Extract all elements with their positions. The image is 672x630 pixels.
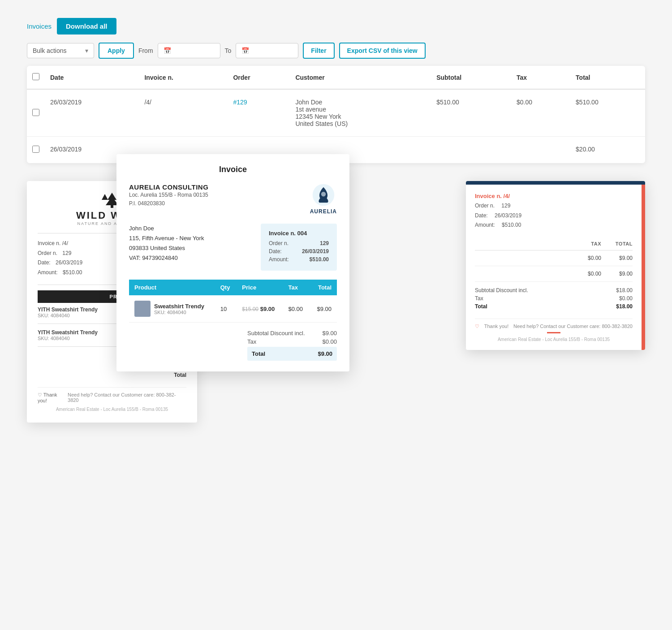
product-cell: Sweatshirt Trendy SKU: 4084040 xyxy=(134,301,210,317)
heart-icon: ♡ xyxy=(475,324,479,329)
invoice-amount-row: Amount: $510.00 xyxy=(269,256,329,263)
product-table: Product Qty Price Tax Total Sweatshirt T… xyxy=(129,280,337,323)
svg-rect-2 xyxy=(111,205,113,208)
cell-tax: $0.00 xyxy=(511,89,570,137)
documents-area: WILD WOOD NATURE AND ADVENTURE Invoice n… xyxy=(27,154,645,441)
col-order: Order xyxy=(228,66,290,89)
company-logo: AURELIA xyxy=(310,183,337,215)
cell-customer: John Doe1st avenue12345 New YorkUnited S… xyxy=(290,89,431,137)
customer-info: John Doe 115, Fifth Avenue - New York 09… xyxy=(129,224,204,263)
aurelia-right-accent xyxy=(642,185,645,350)
col-total: Total xyxy=(310,280,337,295)
aurelia-inv-num: Invoice n. /4/ xyxy=(475,193,633,199)
heart-icon: ♡ Thank you! xyxy=(38,392,68,403)
filter-bar: Bulk actions ▾ Apply From 📅 To 📅 Filter … xyxy=(27,43,645,59)
col-product: Product xyxy=(129,280,215,295)
cell-tax xyxy=(511,137,570,164)
aurelia-footer-thank: Thank you! xyxy=(484,324,508,329)
calendar-icon: 📅 xyxy=(241,47,249,54)
svg-marker-3 xyxy=(102,194,108,200)
tax-row: Tax $0.00 xyxy=(247,338,337,345)
col-customer: Customer xyxy=(290,66,431,89)
col-date: Date xyxy=(45,66,139,89)
invoice-modal-title: Invoice xyxy=(129,165,337,174)
col-invoice-n: Invoice n. xyxy=(139,66,228,89)
product-qty: 10 xyxy=(215,295,237,323)
cell-subtotal xyxy=(431,137,511,164)
from-date-input[interactable]: 📅 xyxy=(158,43,220,58)
product-total: $9.00 xyxy=(310,295,337,323)
filter-button[interactable]: Filter xyxy=(303,43,334,59)
cell-total: $510.00 xyxy=(570,89,645,137)
select-all-checkbox[interactable] xyxy=(32,73,39,80)
aurelia-meta: Order n. 129 Date: 26/03/2019 Amount: $5… xyxy=(475,201,633,230)
table-row: 26/03/2019 /4/ #129 John Doe1st avenue12… xyxy=(27,89,645,137)
svg-point-6 xyxy=(321,192,326,196)
aurelia-footer: ♡ Thank you! Need help? Contact our Cust… xyxy=(475,319,633,329)
invoice-table: Date Invoice n. Order Customer Subtotal … xyxy=(27,66,645,163)
product-price: $15.00 $9.00 xyxy=(237,295,283,323)
col-qty: Qty xyxy=(215,280,237,295)
invoice-modal: Invoice AURELIA CONSULTING Loc. Aurelia … xyxy=(116,154,349,371)
cell-invoice-n: /4/ xyxy=(139,89,228,137)
col-total: Total xyxy=(570,66,645,89)
invoices-link[interactable]: Invoices xyxy=(27,22,52,30)
aurelia-product-row: $0.00 $9.00 xyxy=(475,250,633,266)
invoice-customer-section: John Doe 115, Fifth Avenue - New York 09… xyxy=(129,224,337,271)
invoice-modal-header: AURELIA CONSULTING Loc. Aurelia 155/B - … xyxy=(129,183,337,215)
product-name: Sweatshirt Trendy xyxy=(154,303,204,310)
aurelia-top-border xyxy=(466,181,645,185)
chevron-down-icon: ▾ xyxy=(85,47,88,54)
product-row: Sweatshirt Trendy SKU: 4084040 10 $15.00… xyxy=(129,295,337,323)
row-checkbox[interactable] xyxy=(32,146,39,153)
product-thumbnail xyxy=(134,301,151,317)
col-tax: Tax xyxy=(283,280,310,295)
subtotal-row: Subtotal Discount incl. $9.00 xyxy=(247,330,337,337)
product-sku: SKU: 4084040 xyxy=(154,310,204,315)
aurelia-product-header: TAX TOTAL xyxy=(475,237,633,250)
aurelia-invoice: Invoice n. /4/ Order n. 129 Date: 26/03/… xyxy=(466,181,645,350)
apply-button[interactable]: Apply xyxy=(99,43,134,59)
invoice-info-title: Invoice n. 004 xyxy=(269,230,329,237)
aurelia-footer-address: American Real Estate - Loc Aurelia 155/B… xyxy=(475,337,633,342)
cell-subtotal: $510.00 xyxy=(431,89,511,137)
aurelia-totals: Subtotal Discount incl. $18.00 Tax $0.00… xyxy=(475,287,633,310)
bulk-actions-select[interactable]: Bulk actions ▾ xyxy=(27,43,94,58)
download-all-button[interactable]: Download all xyxy=(57,18,116,35)
aurelia-content: Invoice n. /4/ Order n. 129 Date: 26/03/… xyxy=(466,185,645,350)
export-csv-button[interactable]: Export CSV of this view xyxy=(339,43,426,59)
orange-bar xyxy=(547,332,560,333)
cell-date: 26/03/2019 xyxy=(45,89,139,137)
ww-footer: ♡ Thank you! Need help? Contact our Cust… xyxy=(38,387,186,403)
invoice-order-row: Order n. 129 xyxy=(269,240,329,246)
cell-total: $20.00 xyxy=(570,137,645,164)
company-info: AURELIA CONSULTING Loc. Aurelia 155/B - … xyxy=(129,183,208,208)
aurelia-product-row: $0.00 $9.00 xyxy=(475,266,633,282)
aurelia-footer-help: Need help? Contact our Customer care: 80… xyxy=(513,324,633,329)
ww-footer-address: American Real Estate - Loc Aurelia 155/B… xyxy=(38,407,186,412)
logo-text: AURELIA xyxy=(310,208,337,215)
cell-order[interactable]: #129 xyxy=(233,99,247,106)
ww-footer-help: Need help? Contact our Customer care: 80… xyxy=(68,392,186,403)
top-toolbar: Invoices Download all xyxy=(27,18,645,35)
invoice-table-wrapper: Date Invoice n. Order Customer Subtotal … xyxy=(27,66,645,163)
modal-totals: Subtotal Discount incl. $9.00 Tax $0.00 … xyxy=(129,330,337,361)
row-checkbox[interactable] xyxy=(32,109,39,116)
invoice-date-row: Date: 26/03/2019 xyxy=(269,248,329,255)
col-price: Price xyxy=(237,280,283,295)
company-name: AURELIA CONSULTING xyxy=(129,183,208,191)
col-subtotal: Subtotal xyxy=(431,66,511,89)
company-address: Loc. Aurelia 155/B - Roma 00135 P.I. 048… xyxy=(129,191,208,208)
to-label: To xyxy=(225,47,232,54)
calendar-icon: 📅 xyxy=(164,47,171,54)
product-tax: $0.00 xyxy=(283,295,310,323)
bulk-actions-label: Bulk actions xyxy=(33,47,66,54)
invoice-info-box: Invoice n. 004 Order n. 129 Date: 26/03/… xyxy=(261,224,337,271)
col-tax: Tax xyxy=(511,66,570,89)
from-label: From xyxy=(138,47,153,54)
to-date-input[interactable]: 📅 xyxy=(236,43,298,58)
total-row: Total $9.00 xyxy=(247,347,337,361)
